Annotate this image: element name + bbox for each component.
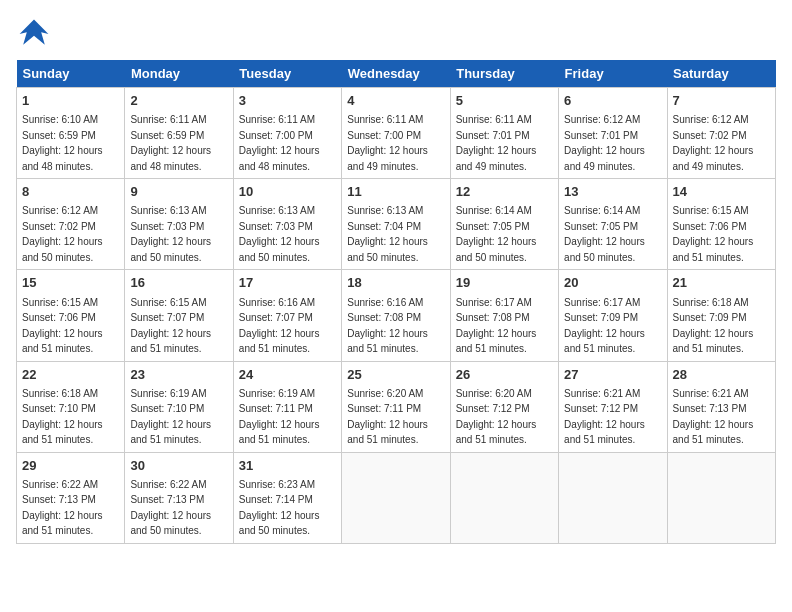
weekday-header-row: SundayMondayTuesdayWednesdayThursdayFrid…	[17, 60, 776, 88]
calendar-week-row: 15Sunrise: 6:15 AMSunset: 7:06 PMDayligh…	[17, 270, 776, 361]
day-info: Sunrise: 6:12 AMSunset: 7:02 PMDaylight:…	[673, 114, 754, 172]
logo	[16, 16, 56, 52]
day-info: Sunrise: 6:20 AMSunset: 7:11 PMDaylight:…	[347, 388, 428, 446]
calendar-day-cell	[667, 452, 775, 543]
calendar-day-cell: 16Sunrise: 6:15 AMSunset: 7:07 PMDayligh…	[125, 270, 233, 361]
day-info: Sunrise: 6:21 AMSunset: 7:12 PMDaylight:…	[564, 388, 645, 446]
day-info: Sunrise: 6:16 AMSunset: 7:08 PMDaylight:…	[347, 297, 428, 355]
calendar-day-cell: 31Sunrise: 6:23 AMSunset: 7:14 PMDayligh…	[233, 452, 341, 543]
day-number: 29	[22, 457, 119, 475]
day-info: Sunrise: 6:14 AMSunset: 7:05 PMDaylight:…	[456, 205, 537, 263]
day-number: 8	[22, 183, 119, 201]
calendar-day-cell: 5Sunrise: 6:11 AMSunset: 7:01 PMDaylight…	[450, 88, 558, 179]
day-number: 7	[673, 92, 770, 110]
calendar-day-cell: 14Sunrise: 6:15 AMSunset: 7:06 PMDayligh…	[667, 179, 775, 270]
calendar-day-cell: 25Sunrise: 6:20 AMSunset: 7:11 PMDayligh…	[342, 361, 450, 452]
weekday-header: Wednesday	[342, 60, 450, 88]
day-info: Sunrise: 6:22 AMSunset: 7:13 PMDaylight:…	[22, 479, 103, 537]
day-number: 14	[673, 183, 770, 201]
day-info: Sunrise: 6:19 AMSunset: 7:11 PMDaylight:…	[239, 388, 320, 446]
day-info: Sunrise: 6:21 AMSunset: 7:13 PMDaylight:…	[673, 388, 754, 446]
day-number: 26	[456, 366, 553, 384]
day-info: Sunrise: 6:12 AMSunset: 7:01 PMDaylight:…	[564, 114, 645, 172]
calendar-day-cell: 10Sunrise: 6:13 AMSunset: 7:03 PMDayligh…	[233, 179, 341, 270]
day-info: Sunrise: 6:15 AMSunset: 7:06 PMDaylight:…	[22, 297, 103, 355]
day-number: 25	[347, 366, 444, 384]
day-info: Sunrise: 6:11 AMSunset: 6:59 PMDaylight:…	[130, 114, 211, 172]
calendar-day-cell: 19Sunrise: 6:17 AMSunset: 7:08 PMDayligh…	[450, 270, 558, 361]
page-header	[16, 16, 776, 52]
day-number: 28	[673, 366, 770, 384]
calendar-day-cell: 13Sunrise: 6:14 AMSunset: 7:05 PMDayligh…	[559, 179, 667, 270]
weekday-header: Monday	[125, 60, 233, 88]
day-info: Sunrise: 6:15 AMSunset: 7:06 PMDaylight:…	[673, 205, 754, 263]
calendar-day-cell: 11Sunrise: 6:13 AMSunset: 7:04 PMDayligh…	[342, 179, 450, 270]
calendar-table: SundayMondayTuesdayWednesdayThursdayFrid…	[16, 60, 776, 544]
day-number: 23	[130, 366, 227, 384]
calendar-day-cell: 6Sunrise: 6:12 AMSunset: 7:01 PMDaylight…	[559, 88, 667, 179]
day-info: Sunrise: 6:20 AMSunset: 7:12 PMDaylight:…	[456, 388, 537, 446]
day-number: 18	[347, 274, 444, 292]
day-number: 24	[239, 366, 336, 384]
day-number: 22	[22, 366, 119, 384]
calendar-day-cell: 8Sunrise: 6:12 AMSunset: 7:02 PMDaylight…	[17, 179, 125, 270]
calendar-day-cell: 15Sunrise: 6:15 AMSunset: 7:06 PMDayligh…	[17, 270, 125, 361]
day-info: Sunrise: 6:17 AMSunset: 7:08 PMDaylight:…	[456, 297, 537, 355]
calendar-week-row: 22Sunrise: 6:18 AMSunset: 7:10 PMDayligh…	[17, 361, 776, 452]
day-info: Sunrise: 6:18 AMSunset: 7:10 PMDaylight:…	[22, 388, 103, 446]
day-info: Sunrise: 6:15 AMSunset: 7:07 PMDaylight:…	[130, 297, 211, 355]
logo-icon	[16, 16, 52, 52]
day-number: 30	[130, 457, 227, 475]
calendar-day-cell: 22Sunrise: 6:18 AMSunset: 7:10 PMDayligh…	[17, 361, 125, 452]
calendar-week-row: 1Sunrise: 6:10 AMSunset: 6:59 PMDaylight…	[17, 88, 776, 179]
day-number: 31	[239, 457, 336, 475]
calendar-day-cell: 23Sunrise: 6:19 AMSunset: 7:10 PMDayligh…	[125, 361, 233, 452]
weekday-header: Friday	[559, 60, 667, 88]
calendar-day-cell	[342, 452, 450, 543]
day-number: 15	[22, 274, 119, 292]
calendar-week-row: 8Sunrise: 6:12 AMSunset: 7:02 PMDaylight…	[17, 179, 776, 270]
calendar-day-cell: 3Sunrise: 6:11 AMSunset: 7:00 PMDaylight…	[233, 88, 341, 179]
calendar-day-cell: 21Sunrise: 6:18 AMSunset: 7:09 PMDayligh…	[667, 270, 775, 361]
day-number: 6	[564, 92, 661, 110]
weekday-header: Saturday	[667, 60, 775, 88]
calendar-day-cell: 29Sunrise: 6:22 AMSunset: 7:13 PMDayligh…	[17, 452, 125, 543]
calendar-day-cell: 17Sunrise: 6:16 AMSunset: 7:07 PMDayligh…	[233, 270, 341, 361]
day-info: Sunrise: 6:22 AMSunset: 7:13 PMDaylight:…	[130, 479, 211, 537]
calendar-week-row: 29Sunrise: 6:22 AMSunset: 7:13 PMDayligh…	[17, 452, 776, 543]
day-info: Sunrise: 6:13 AMSunset: 7:03 PMDaylight:…	[239, 205, 320, 263]
weekday-header: Thursday	[450, 60, 558, 88]
calendar-day-cell: 9Sunrise: 6:13 AMSunset: 7:03 PMDaylight…	[125, 179, 233, 270]
day-info: Sunrise: 6:11 AMSunset: 7:00 PMDaylight:…	[239, 114, 320, 172]
calendar-day-cell	[450, 452, 558, 543]
weekday-header: Tuesday	[233, 60, 341, 88]
day-number: 1	[22, 92, 119, 110]
calendar-day-cell: 20Sunrise: 6:17 AMSunset: 7:09 PMDayligh…	[559, 270, 667, 361]
calendar-day-cell: 12Sunrise: 6:14 AMSunset: 7:05 PMDayligh…	[450, 179, 558, 270]
calendar-day-cell: 18Sunrise: 6:16 AMSunset: 7:08 PMDayligh…	[342, 270, 450, 361]
day-info: Sunrise: 6:18 AMSunset: 7:09 PMDaylight:…	[673, 297, 754, 355]
day-number: 19	[456, 274, 553, 292]
day-info: Sunrise: 6:17 AMSunset: 7:09 PMDaylight:…	[564, 297, 645, 355]
day-number: 21	[673, 274, 770, 292]
day-info: Sunrise: 6:13 AMSunset: 7:04 PMDaylight:…	[347, 205, 428, 263]
calendar-day-cell: 28Sunrise: 6:21 AMSunset: 7:13 PMDayligh…	[667, 361, 775, 452]
day-number: 11	[347, 183, 444, 201]
day-info: Sunrise: 6:10 AMSunset: 6:59 PMDaylight:…	[22, 114, 103, 172]
calendar-day-cell: 27Sunrise: 6:21 AMSunset: 7:12 PMDayligh…	[559, 361, 667, 452]
day-number: 16	[130, 274, 227, 292]
day-info: Sunrise: 6:16 AMSunset: 7:07 PMDaylight:…	[239, 297, 320, 355]
day-number: 13	[564, 183, 661, 201]
day-number: 4	[347, 92, 444, 110]
day-info: Sunrise: 6:19 AMSunset: 7:10 PMDaylight:…	[130, 388, 211, 446]
calendar-day-cell: 2Sunrise: 6:11 AMSunset: 6:59 PMDaylight…	[125, 88, 233, 179]
day-info: Sunrise: 6:13 AMSunset: 7:03 PMDaylight:…	[130, 205, 211, 263]
day-info: Sunrise: 6:12 AMSunset: 7:02 PMDaylight:…	[22, 205, 103, 263]
calendar-day-cell: 7Sunrise: 6:12 AMSunset: 7:02 PMDaylight…	[667, 88, 775, 179]
day-info: Sunrise: 6:23 AMSunset: 7:14 PMDaylight:…	[239, 479, 320, 537]
day-number: 3	[239, 92, 336, 110]
weekday-header: Sunday	[17, 60, 125, 88]
svg-marker-0	[20, 20, 49, 45]
day-number: 9	[130, 183, 227, 201]
calendar-day-cell: 24Sunrise: 6:19 AMSunset: 7:11 PMDayligh…	[233, 361, 341, 452]
